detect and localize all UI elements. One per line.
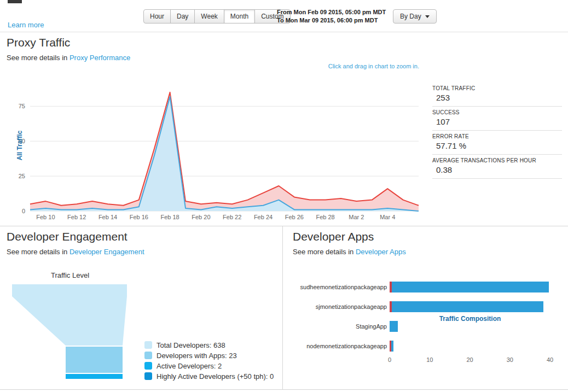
app-bar-label: sudheemonetizationpackageapp bbox=[283, 282, 387, 293]
funnel-title: Traffic Level bbox=[12, 271, 128, 279]
legend-swatch bbox=[144, 352, 152, 359]
range-button-hour[interactable]: Hour bbox=[143, 9, 171, 24]
bar-segment-success bbox=[392, 282, 549, 292]
x-tick-label: 30 bbox=[502, 356, 518, 363]
series-area-success bbox=[30, 96, 419, 211]
bottom-row: Developer Engagement See more details in… bbox=[0, 226, 568, 390]
legend-swatch bbox=[144, 372, 152, 380]
developer-apps-chart: sudheemonetizationpackageapp sjmonetizat… bbox=[283, 279, 567, 383]
x-tick-label: Feb 20 bbox=[192, 214, 210, 220]
developer-apps-link[interactable]: Developer Apps bbox=[356, 248, 406, 256]
toolbar: Learn more HourDayWeekMonthCustom From M… bbox=[0, 0, 568, 32]
stat-value: 253 bbox=[432, 93, 562, 102]
legend-swatch bbox=[144, 341, 152, 349]
granularity-dropdown[interactable]: By Day bbox=[393, 9, 437, 24]
x-tick-label: Feb 18 bbox=[160, 214, 179, 220]
series-line-success[interactable] bbox=[30, 96, 419, 211]
proxy-traffic-chart[interactable]: 0255075Feb 10Feb 12Feb 14Feb 16Feb 18Feb… bbox=[0, 80, 422, 226]
bar-segment-success bbox=[392, 301, 543, 312]
y-tick-label: 25 bbox=[19, 173, 25, 179]
stat-label: SUCCESS bbox=[432, 109, 562, 115]
x-tick-label: Feb 12 bbox=[67, 214, 86, 220]
funnel-segment-total[interactable] bbox=[12, 284, 127, 296]
developer-engagement-section: Developer Engagement See more details in… bbox=[0, 226, 283, 389]
zoom-hint-text: Click and drag in chart to zoom in. bbox=[263, 63, 419, 69]
app-bar[interactable] bbox=[390, 341, 393, 352]
app-bar[interactable] bbox=[390, 301, 543, 312]
legend-label: Total Developers: 638 bbox=[157, 341, 225, 349]
stat-value: 57.71 % bbox=[432, 141, 562, 150]
x-tick-label: Feb 16 bbox=[130, 214, 148, 220]
series-line-all-traffic[interactable] bbox=[30, 92, 419, 206]
funnel-segment-with-apps[interactable] bbox=[66, 347, 123, 373]
developer-apps-title: Developer Apps bbox=[293, 230, 374, 243]
logo-cutoff bbox=[8, 0, 22, 3]
chevron-down-icon bbox=[425, 15, 430, 18]
x-tick-label: 40 bbox=[542, 356, 558, 363]
subtitle-text: See more details in bbox=[7, 248, 67, 256]
stat-row: SUCCESS 107 bbox=[432, 107, 562, 131]
app-bar-label: StagingApp bbox=[283, 321, 387, 332]
legend-item: Highly Active Developers (+50 tph): 0 bbox=[144, 372, 274, 380]
x-tick-label: Feb 10 bbox=[36, 214, 55, 220]
app-bar[interactable] bbox=[390, 321, 398, 332]
stat-value: 0.38 bbox=[432, 165, 562, 174]
x-tick-label: Feb 28 bbox=[316, 214, 334, 220]
stat-value: 107 bbox=[432, 117, 562, 126]
stat-row: AVERAGE TRANSACTIONS PER HOUR 0.38 bbox=[432, 155, 562, 179]
developer-apps-subtitle: See more details in Developer Apps bbox=[293, 248, 406, 256]
traffic-level-funnel[interactable] bbox=[11, 279, 142, 383]
developer-engagement-subtitle: See more details in Developer Engagement bbox=[7, 248, 144, 256]
legend-item: Active Developers: 2 bbox=[144, 362, 274, 370]
proxy-performance-link[interactable]: Proxy Performance bbox=[69, 54, 130, 62]
x-tick-label: Mar 2 bbox=[349, 214, 364, 220]
funnel-legend: Total Developers: 638 Developers with Ap… bbox=[144, 341, 274, 383]
legend-label: Highly Active Developers (+50 tph): 0 bbox=[157, 372, 274, 381]
range-button-day[interactable]: Day bbox=[170, 9, 195, 24]
y-axis-label: All Traffic bbox=[16, 118, 24, 173]
bar-segment-success bbox=[390, 321, 398, 332]
stat-label: TOTAL TRAFFIC bbox=[432, 85, 562, 91]
funnel-segment-total-taper[interactable] bbox=[12, 296, 127, 346]
learn-more-link[interactable]: Learn more bbox=[8, 21, 44, 29]
x-tick-label: Feb 24 bbox=[254, 214, 273, 220]
x-tick-label: 10 bbox=[421, 356, 438, 363]
date-from: From Mon Feb 09 2015, 05:00 pm MDT bbox=[277, 8, 386, 16]
legend-item: Developers with Apps: 23 bbox=[144, 352, 274, 359]
proxy-traffic-section: Proxy Traffic See more details in Proxy … bbox=[0, 32, 568, 226]
x-tick-label: Mar 4 bbox=[380, 214, 395, 220]
legend-item: Total Developers: 638 bbox=[144, 341, 274, 349]
funnel-segment-active[interactable] bbox=[66, 374, 123, 379]
legend-label: Developers with Apps: 23 bbox=[157, 352, 237, 360]
bar-segment-success bbox=[391, 341, 393, 352]
time-range-button-group: HourDayWeekMonthCustom bbox=[143, 9, 291, 24]
apps-x-axis-label: Traffic Composition bbox=[390, 315, 550, 323]
app-bar-label: nodemonetizationpackageapp bbox=[283, 341, 387, 352]
x-tick-label: 0 bbox=[381, 356, 398, 363]
proxy-subtitle: See more details in Proxy Performance bbox=[7, 54, 130, 62]
range-button-month[interactable]: Month bbox=[224, 9, 255, 24]
x-tick-label: Feb 26 bbox=[285, 214, 304, 220]
series-area-all-traffic bbox=[30, 92, 419, 211]
app-bar[interactable] bbox=[390, 282, 549, 292]
subtitle-text: See more details in bbox=[7, 54, 67, 62]
date-to: To Mon Mar 09 2015, 06:00 pm MDT bbox=[277, 16, 386, 25]
legend-swatch bbox=[144, 362, 152, 370]
subtitle-text: See more details in bbox=[293, 248, 353, 256]
y-tick-label: 0 bbox=[22, 208, 25, 214]
x-tick-label: 20 bbox=[462, 356, 478, 363]
developer-engagement-title: Developer Engagement bbox=[7, 230, 127, 243]
stat-label: AVERAGE TRANSACTIONS PER HOUR bbox=[432, 157, 562, 163]
app-bar-label: sjmonetizationpackageapp bbox=[283, 301, 387, 313]
stat-label: ERROR RATE bbox=[432, 133, 562, 139]
x-tick-label: Feb 22 bbox=[223, 214, 241, 220]
stat-row: TOTAL TRAFFIC 253 bbox=[432, 83, 562, 107]
developer-apps-section: Developer Apps See more details in Devel… bbox=[283, 226, 568, 389]
granularity-label: By Day bbox=[400, 13, 421, 20]
traffic-stats-panel: TOTAL TRAFFIC 253 SUCCESS 107 ERROR RATE… bbox=[432, 83, 562, 179]
legend-label: Active Developers: 2 bbox=[157, 362, 222, 370]
developer-engagement-link[interactable]: Developer Engagement bbox=[69, 248, 144, 256]
page-title: Proxy Traffic bbox=[7, 36, 70, 49]
range-button-week[interactable]: Week bbox=[194, 9, 224, 24]
date-range-text: From Mon Feb 09 2015, 05:00 pm MDT To Mo… bbox=[277, 8, 386, 25]
